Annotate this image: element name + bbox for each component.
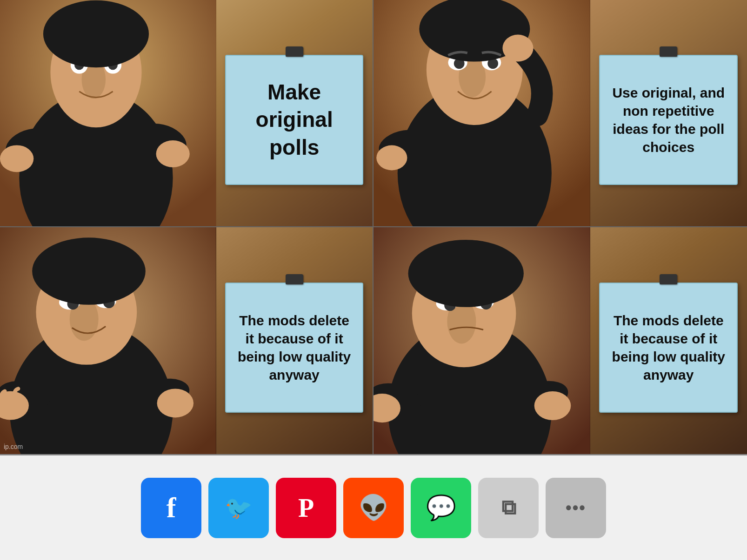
twitter-share-button[interactable]: 🐦	[208, 478, 269, 538]
svg-point-25	[376, 145, 407, 171]
sign-text-2: Use original, and non repetitive ideas f…	[608, 84, 728, 156]
svg-point-51	[534, 391, 571, 420]
whatsapp-share-button[interactable]: 💬	[411, 478, 471, 538]
svg-point-12	[0, 145, 33, 172]
sign-panel-3: The mods delete it because of it being l…	[225, 283, 363, 413]
gru-figure-1	[0, 0, 216, 226]
sign-text-3: The mods delete it because of it being l…	[234, 311, 354, 384]
gru-figure-2	[374, 0, 590, 226]
svg-point-38	[157, 389, 193, 417]
svg-point-13	[156, 140, 190, 167]
whatsapp-icon: 💬	[426, 494, 456, 522]
reddit-share-button[interactable]: 👽	[343, 478, 404, 538]
pinterest-share-button[interactable]: P	[276, 478, 336, 538]
svg-point-23	[502, 35, 533, 62]
gru-figure-3	[0, 227, 216, 455]
pinterest-icon: P	[298, 493, 314, 523]
sign-text-1: Make original polls	[234, 79, 354, 162]
meme-image-area: Make original polls	[0, 0, 747, 455]
more-icon: •••	[566, 498, 586, 518]
meme-panel-2: Use original, and non repetitive ideas f…	[374, 0, 747, 227]
svg-point-34	[32, 237, 146, 305]
svg-point-9	[43, 0, 149, 68]
twitter-icon: 🐦	[225, 495, 253, 521]
meme-panel-1: Make original polls	[0, 0, 374, 227]
sign-panel-2: Use original, and non repetitive ideas f…	[599, 55, 738, 185]
sign-text-4: The mods delete it because of it being l…	[608, 311, 728, 384]
sign-panel-1: Make original polls	[225, 55, 363, 185]
facebook-share-button[interactable]: f	[141, 478, 201, 538]
svg-point-47	[408, 239, 524, 307]
reddit-icon: 👽	[359, 494, 389, 522]
more-options-button[interactable]: •••	[546, 478, 606, 538]
facebook-icon: f	[167, 491, 176, 524]
meme-panel-4: The mods delete it because of it being l…	[374, 227, 747, 455]
copy-icon: ⧉	[501, 496, 516, 520]
sign-panel-4: The mods delete it because of it being l…	[599, 283, 738, 413]
meme-panel-3: The mods delete it because of it being l…	[0, 227, 374, 455]
watermark: ip.com	[4, 443, 23, 450]
gru-figure-4	[374, 227, 590, 455]
copy-link-button[interactable]: ⧉	[478, 478, 539, 538]
social-bar: f 🐦 P 👽 💬 ⧉ •••	[0, 455, 747, 560]
